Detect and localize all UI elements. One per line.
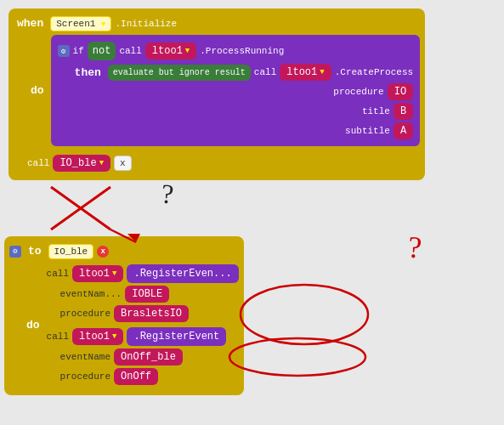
- ltoo1-dropdown-3[interactable]: ltoo1 ▼: [72, 265, 123, 282]
- evaluate-block: evaluate but ignore result: [108, 65, 251, 81]
- if-keyword: if: [73, 46, 84, 56]
- title-row: title B: [58, 103, 414, 120]
- then-keyword: then: [71, 65, 105, 81]
- register-event-2-label: .RegisterEvent: [127, 327, 226, 346]
- io-ble-yellow-outer: ⚙ to IO_ble x do call ltoo1 ▼: [4, 236, 244, 395]
- io-ble-gear-icon[interactable]: ⚙: [9, 246, 21, 258]
- procedure-2-row: procedure BrasletsIO: [60, 305, 239, 322]
- call-label-2: call: [254, 67, 276, 77]
- ltoo1-arrow-1: ▼: [185, 47, 190, 55]
- call-io-ble-row: call IO_ble ▼ x: [27, 155, 420, 172]
- ltoo1-dropdown-2[interactable]: ltoo1 ▼: [280, 64, 331, 81]
- event-name-1-label: eventNam...: [60, 289, 122, 299]
- event-name-1-row: eventNam... IOBLE: [60, 286, 239, 303]
- when-block-container: when Screen1 ▼ .Initialize do ⚙ if not: [8, 8, 425, 180]
- procedure-3-label: procedure: [60, 371, 110, 382]
- procedure-row: procedure IO: [58, 83, 414, 100]
- initialize-label: .Initialize: [115, 19, 177, 29]
- event-name-2-label: eventName: [60, 352, 110, 362]
- call-io-ble-label: call: [27, 158, 49, 168]
- not-block: not: [88, 42, 116, 60]
- procedure-2-label: procedure: [60, 309, 110, 319]
- do-keyword: do: [27, 82, 48, 99]
- ltoo1-arrow-4: ▼: [112, 332, 116, 341]
- io-ble-ref-dropdown[interactable]: IO_ble ▼: [53, 155, 110, 172]
- if-row: ⚙ if not call ltoo1 ▼ .ProcessRunning: [58, 42, 414, 60]
- to-keyword: to: [25, 243, 45, 259]
- to-row: ⚙ to IO_ble x: [9, 243, 239, 259]
- register-event-1-row: call ltoo1 ▼ .RegisterEven...: [47, 264, 239, 283]
- onoff-value[interactable]: OnOff: [114, 368, 158, 385]
- call-label-4: call: [47, 332, 69, 342]
- when-row: when Screen1 ▼ .Initialize: [14, 15, 420, 31]
- red-circle-ioble-annotation: [236, 280, 372, 348]
- svg-point-5: [229, 338, 365, 376]
- svg-line-1: [51, 187, 110, 230]
- create-process-label: .CreateProcess: [335, 67, 413, 77]
- event-name-2-row: eventName OnOff_ble: [60, 348, 239, 366]
- register-event-1-label: .RegisterEven...: [127, 264, 238, 283]
- canvas: when Screen1 ▼ .Initialize do ⚙ if not: [0, 0, 504, 425]
- svg-line-0: [51, 187, 110, 230]
- x-param: x: [114, 156, 132, 171]
- ltoo1-arrow-3: ▼: [112, 269, 116, 278]
- screen1-arrow: ▼: [101, 20, 105, 29]
- ioble-value[interactable]: IOBLE: [125, 286, 169, 303]
- ltoo1-dropdown-4[interactable]: ltoo1 ▼: [72, 328, 123, 345]
- subtitle-value[interactable]: A: [394, 122, 413, 139]
- call-label-1: call: [119, 46, 141, 56]
- io-ble-do-row: do call ltoo1 ▼ .RegisterEven...: [23, 263, 239, 387]
- title-value[interactable]: B: [394, 103, 413, 120]
- io-ble-do-keyword: do: [23, 317, 43, 333]
- onoff-ble-value[interactable]: OnOff_ble: [114, 348, 183, 366]
- red-circle-onoff-annotation: [225, 336, 370, 378]
- if-block: ⚙ if not call ltoo1 ▼ .ProcessRunning: [51, 35, 421, 146]
- ltoo1-dropdown-1[interactable]: ltoo1 ▼: [145, 42, 196, 60]
- question-mark-1-annotation: ?: [160, 178, 174, 210]
- io-ble-def-label: IO_ble: [48, 244, 94, 259]
- procedure-value-1[interactable]: IO: [388, 83, 413, 100]
- procedure-3-row: procedure OnOff: [60, 368, 239, 385]
- title-label: title: [362, 106, 390, 116]
- gear-icon[interactable]: ⚙: [58, 45, 70, 57]
- procedure-label: procedure: [333, 87, 383, 97]
- register-events-container: call ltoo1 ▼ .RegisterEven... eventNam..…: [47, 263, 239, 387]
- then-row: then evaluate but ignore result call lto…: [71, 64, 414, 81]
- io-ble-ref-arrow: ▼: [99, 159, 104, 167]
- when-keyword: when: [14, 15, 47, 31]
- register-event-2-row: call ltoo1 ▼ .RegisterEvent: [47, 327, 239, 346]
- question-mark-2-annotation: ?: [406, 229, 423, 265]
- subtitle-row: subtitle A: [58, 122, 414, 139]
- braslets-value[interactable]: BrasletsIO: [114, 305, 189, 322]
- process-running-label: .ProcessRunning: [200, 46, 284, 56]
- io-ble-def-container: ⚙ to IO_ble x do call ltoo1 ▼: [4, 236, 244, 395]
- io-ble-close-x[interactable]: x: [97, 246, 109, 258]
- call-label-3: call: [47, 269, 69, 279]
- yellow-outer-block: when Screen1 ▼ .Initialize do ⚙ if not: [8, 8, 425, 180]
- subtitle-label: subtitle: [345, 126, 390, 136]
- svg-point-4: [241, 285, 368, 344]
- screen1-dropdown[interactable]: Screen1 ▼: [50, 16, 111, 31]
- ltoo1-arrow-2: ▼: [320, 68, 324, 76]
- do-row: do ⚙ if not call ltoo1 ▼ .Pr: [27, 33, 420, 148]
